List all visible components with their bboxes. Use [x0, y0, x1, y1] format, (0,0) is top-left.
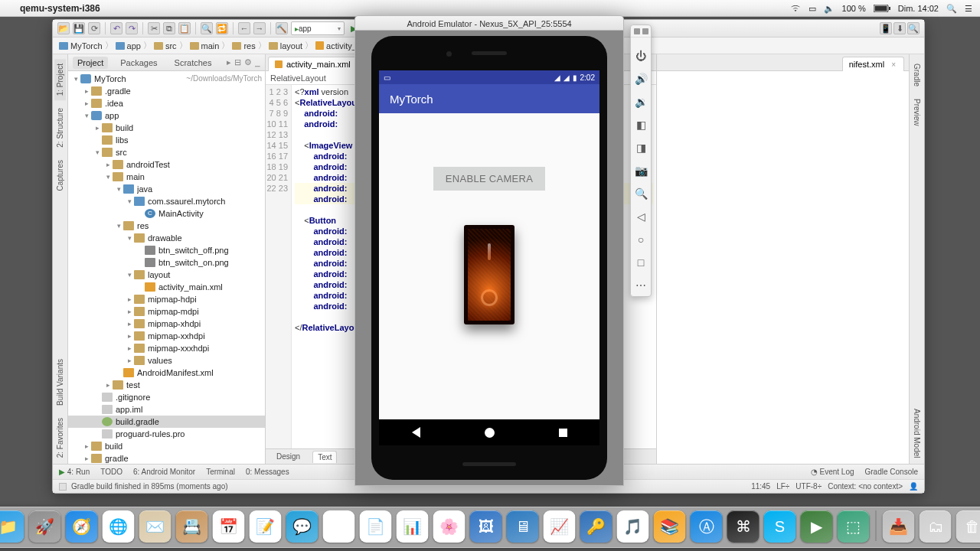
dock-appstore[interactable]: Ⓐ [691, 510, 723, 543]
emulator-toolbar-header[interactable] [631, 28, 651, 37]
run-config-selector[interactable]: ▸ app [291, 21, 345, 35]
breadcrumb-res[interactable]: res [232, 41, 255, 51]
torch-switch-image[interactable] [464, 225, 514, 324]
project-tab-scratches[interactable]: Scratches [170, 57, 217, 69]
tree-node-gradle[interactable]: ▸gradle [68, 452, 265, 464]
undo-icon[interactable]: ↶ [110, 22, 122, 34]
breadcrumb-main[interactable]: main [190, 41, 220, 51]
breadcrumb-app[interactable]: app [116, 41, 141, 51]
tool-event-log[interactable]: ◔ Event Log [811, 468, 854, 476]
dock-mail[interactable]: ✉️ [139, 510, 172, 543]
rotate-right-icon[interactable]: ◨ [633, 140, 648, 155]
dock-itunes[interactable]: 🎵 [617, 510, 649, 543]
tree-node-mytorch[interactable]: ▾MyTorch~/Downloads/MyTorch [68, 73, 265, 85]
dock-pages[interactable]: 📄 [360, 510, 392, 543]
tree-node-build-gradle[interactable]: build.gradle [68, 416, 265, 428]
replace-icon[interactable]: 🔁 [216, 22, 228, 34]
tree-node-layout[interactable]: ▾layout [68, 269, 265, 281]
chevron-right-icon[interactable]: ▸ [227, 57, 231, 67]
dock-messages[interactable]: 💬 [286, 510, 318, 543]
tree-node-com-ssaurel-mytorch[interactable]: ▾com.ssaurel.mytorch [68, 195, 265, 207]
camera-icon[interactable]: 📷 [633, 163, 648, 178]
display-icon[interactable]: ▭ [808, 0, 816, 17]
tree-node-test[interactable]: ▸test [68, 379, 265, 391]
dock-terminal[interactable]: ⌘ [727, 510, 760, 543]
tool-tab-preview[interactable]: Preview [911, 94, 923, 131]
tree-node-androidmanifest-xml[interactable]: AndroidManifest.xml [68, 367, 265, 379]
tool-android-monitor[interactable]: 6: Android Monitor [133, 468, 195, 476]
tool-tab-favorites[interactable]: 2: Favorites [54, 413, 66, 462]
dock-folder[interactable]: 🗂 [920, 510, 952, 543]
tree-node-src[interactable]: ▾src [68, 146, 265, 158]
tree-node-mipmap-xhdpi[interactable]: ▸mipmap-xhdpi [68, 318, 265, 330]
tool-run[interactable]: ▶ 4: Run [59, 468, 90, 476]
project-tab-project[interactable]: Project [73, 57, 108, 69]
tool-tab-build-variants[interactable]: Build Variants [54, 354, 66, 410]
enable-camera-button[interactable]: ENABLE CAMERA [433, 167, 545, 191]
tool-todo[interactable]: TODO [100, 468, 122, 476]
tool-messages[interactable]: 0: Messages [246, 468, 289, 476]
dock-reminders[interactable]: ✓ [323, 510, 355, 543]
inspection-icon[interactable]: 👤 [909, 482, 918, 491]
dock-numbers[interactable]: 📊 [397, 510, 429, 543]
tool-tab-structure[interactable]: 2: Structure [54, 103, 66, 152]
rotate-left-icon[interactable]: ◧ [633, 117, 648, 132]
tool-tab-gradle[interactable]: Gradle [911, 59, 923, 91]
tool-tab-android-model[interactable]: Android Model [911, 404, 923, 462]
tree-node-mipmap-hdpi[interactable]: ▸mipmap-hdpi [68, 293, 265, 305]
breadcrumb-layout[interactable]: layout [269, 41, 302, 51]
search-everywhere-icon[interactable]: 🔍 [907, 22, 920, 34]
gear-icon[interactable]: ⚙ [244, 57, 252, 67]
nav-fwd-icon[interactable]: → [253, 22, 266, 34]
avd-icon[interactable]: 📱 [880, 22, 892, 34]
tree-node-androidtest[interactable]: ▸androidTest [68, 158, 265, 171]
hide-icon[interactable]: ⎯ [255, 57, 260, 67]
tool-terminal[interactable]: Terminal [206, 468, 235, 476]
recents-icon[interactable]: □ [633, 255, 648, 270]
tree-node--gitignore[interactable]: .gitignore [68, 391, 265, 403]
context-label[interactable]: Context: <no context> [828, 482, 903, 491]
dock-chrome[interactable]: 🌐 [103, 510, 135, 543]
tree-node-main[interactable]: ▾main [68, 171, 265, 183]
power-icon[interactable]: ⏻ [633, 48, 648, 64]
tree-node-mipmap-xxxhdpi[interactable]: ▸mipmap-xxxhdpi [68, 342, 265, 354]
tree-node-mipmap-mdpi[interactable]: ▸mipmap-mdpi [68, 305, 265, 318]
project-tab-packages[interactable]: Packages [116, 57, 162, 69]
make-icon[interactable]: 🔨 [276, 22, 288, 34]
tree-node-build[interactable]: ▸build [68, 440, 265, 452]
file-encoding[interactable]: UTF-8÷ [795, 482, 822, 491]
tree-node--idea[interactable]: ▸.idea [68, 97, 265, 109]
tab-design[interactable]: Design [272, 451, 305, 462]
tool-tab-project[interactable]: 1: Project [54, 59, 66, 100]
sync-icon[interactable]: ⟳ [88, 22, 100, 34]
nav-home-button[interactable] [483, 426, 495, 439]
paste-icon[interactable]: 📋 [178, 22, 191, 34]
breadcrumb-mytorch[interactable]: MyTorch [59, 41, 103, 51]
dock-keychain[interactable]: 🔑 [580, 510, 612, 543]
dock-preview[interactable]: 🖼 [470, 510, 502, 543]
dock-photos[interactable]: 🌸 [433, 510, 466, 543]
copy-icon[interactable]: ⧉ [163, 22, 175, 34]
find-icon[interactable]: 🔍 [201, 22, 213, 34]
dock-downloads[interactable]: 📥 [883, 510, 915, 543]
dock-tool[interactable]: ⬚ [838, 510, 870, 543]
line-separator[interactable]: LF÷ [776, 482, 789, 491]
dock-android-studio[interactable]: ▶ [801, 510, 833, 543]
volume-up-icon[interactable]: 🔊 [633, 71, 648, 86]
nav-back-icon[interactable]: ← [238, 22, 250, 34]
tree-node-libs[interactable]: libs [68, 134, 265, 146]
zoom-icon[interactable]: 🔍 [633, 186, 648, 201]
tool-gradle-console[interactable]: Gradle Console [865, 468, 918, 476]
dock-launchpad[interactable]: 🚀 [29, 510, 61, 543]
tree-node-drawable[interactable]: ▾drawable [68, 232, 265, 244]
collapse-icon[interactable]: ⊟ [234, 57, 241, 67]
volume-down-icon[interactable]: 🔉 [633, 94, 648, 109]
breadcrumb-src[interactable]: src [154, 41, 177, 51]
back-icon[interactable]: ◁ [633, 209, 648, 224]
battery-icon[interactable] [874, 5, 890, 12]
wifi-icon[interactable] [790, 5, 801, 12]
menubar-clock[interactable]: Dim. 14:02 [898, 0, 939, 17]
dock-keynote[interactable]: 🖥 [507, 510, 539, 543]
sdk-icon[interactable]: ⬇ [893, 22, 906, 34]
phone-screen[interactable]: ▭ ◢ ◢ ▮ 2:02 MyTorch ENABLE CAMERA [379, 70, 599, 445]
